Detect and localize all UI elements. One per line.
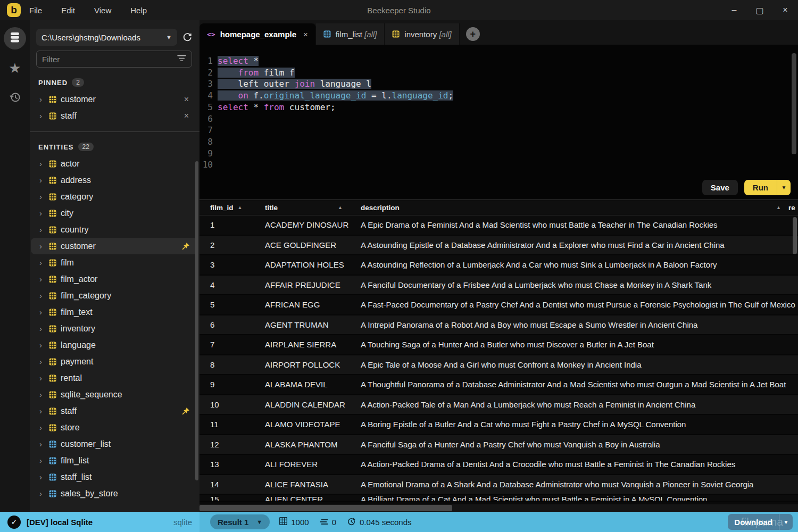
chevron-right-icon[interactable]: ›	[39, 456, 49, 465]
cell-description[interactable]: A Action-Packed Tale of a Man And a Lumb…	[350, 400, 798, 409]
filter-input[interactable]	[42, 55, 177, 64]
tab-inventory[interactable]: inventory [all]	[385, 23, 459, 45]
unpin-button[interactable]: ×	[181, 111, 192, 121]
menu-view[interactable]: View	[94, 6, 111, 15]
cell-title[interactable]: ALASKA PHANTOM	[254, 440, 350, 449]
result-selector[interactable]: Result 1 ▼	[210, 514, 270, 529]
menu-file[interactable]: File	[29, 6, 42, 15]
chevron-right-icon[interactable]: ›	[39, 423, 49, 432]
cell-film-id[interactable]: 6	[200, 320, 254, 329]
cell-film-id[interactable]: 9	[200, 380, 254, 389]
table-row[interactable]: 6 AGENT TRUMAN A Intrepid Panorama of a …	[200, 315, 798, 336]
cell-description[interactable]: A Epic Drama of a Feminist And a Mad Sci…	[350, 220, 798, 229]
entity-item-film[interactable]: › film	[31, 254, 197, 271]
column-header-film_id[interactable]: film_id▲	[200, 204, 254, 212]
table-row[interactable]: 7 AIRPLANE SIERRA A Touching Saga of a H…	[200, 335, 798, 355]
download-options-button[interactable]: ▼	[779, 514, 793, 530]
cell-description[interactable]: A Thoughtful Panorama of a Database Admi…	[350, 380, 798, 389]
cell-film-id[interactable]: 1	[200, 220, 254, 229]
refresh-button[interactable]	[182, 32, 192, 42]
entity-item-film_list[interactable]: › film_list	[31, 452, 197, 469]
close-button[interactable]: ×	[772, 0, 798, 20]
database-selector[interactable]: C:\Users\ghstng\Downloads ▼	[36, 29, 177, 46]
favorites-panel-button[interactable]: ★	[4, 57, 26, 79]
results-horizontal-scrollbar[interactable]	[200, 505, 452, 511]
sql-editor[interactable]: 1 select * 2 from film f 3 left outer jo…	[200, 45, 798, 176]
pinned-item-customer[interactable]: › customer ×	[31, 91, 197, 107]
cell-film-id[interactable]: 12	[200, 440, 254, 449]
cell-film-id[interactable]: 13	[200, 460, 254, 469]
cell-title[interactable]: ALI FOREVER	[254, 460, 350, 469]
results-vertical-scrollbar[interactable]	[793, 217, 797, 254]
cell-film-id[interactable]: 5	[200, 300, 254, 309]
cell-description[interactable]: A Astounding Reflection of a Lumberjack …	[350, 260, 798, 269]
cell-title[interactable]: ACADEMY DINOSAUR	[254, 220, 350, 229]
entity-item-category[interactable]: › category	[31, 188, 197, 205]
cell-title[interactable]: ALADDIN CALENDAR	[254, 400, 350, 409]
cell-description[interactable]: A Fanciful Saga of a Hunter And a Pastry…	[350, 440, 798, 449]
tab-homepage_example[interactable]: <> homepage_example ×	[200, 23, 316, 45]
chevron-right-icon[interactable]: ›	[39, 159, 49, 168]
cell-film-id[interactable]: 11	[200, 420, 254, 429]
cell-description[interactable]: A Fast-Paced Documentary of a Pastry Che…	[350, 300, 798, 309]
cell-description[interactable]: A Intrepid Panorama of a Robot And a Boy…	[350, 320, 798, 329]
cell-description[interactable]: A Astounding Epistle of a Database Admin…	[350, 240, 798, 250]
minimize-button[interactable]: –	[721, 0, 747, 20]
chevron-right-icon[interactable]: ›	[39, 242, 49, 251]
cell-film-id[interactable]: 15	[200, 495, 254, 502]
chevron-right-icon[interactable]: ›	[39, 406, 49, 415]
cell-description[interactable]: A Touching Saga of a Hunter And a Butler…	[350, 340, 798, 349]
chevron-right-icon[interactable]: ›	[39, 357, 49, 366]
cell-title[interactable]: AIRPLANE SIERRA	[254, 340, 350, 349]
tables-panel-button[interactable]	[4, 27, 26, 49]
cell-film-id[interactable]: 10	[200, 400, 254, 409]
cell-title[interactable]: ADAPTATION HOLES	[254, 260, 350, 269]
menu-help[interactable]: Help	[130, 6, 147, 15]
column-header-partial[interactable]: re	[788, 204, 798, 212]
entity-item-staff_list[interactable]: › staff_list	[31, 469, 197, 485]
cell-film-id[interactable]: 8	[200, 360, 254, 369]
entity-item-customer[interactable]: › customer	[31, 238, 197, 254]
entity-item-customer_list[interactable]: › customer_list	[31, 436, 197, 452]
chevron-right-icon[interactable]: ›	[39, 209, 49, 218]
entity-item-actor[interactable]: › actor	[31, 155, 197, 172]
cell-title[interactable]: ALAMO VIDEOTAPE	[254, 420, 350, 429]
chevron-right-icon[interactable]: ›	[39, 192, 49, 201]
cell-title[interactable]: AFRICAN EGG	[254, 300, 350, 309]
cell-film-id[interactable]: 14	[200, 480, 254, 489]
chevron-right-icon[interactable]: ›	[39, 111, 49, 120]
cell-film-id[interactable]: 2	[200, 240, 254, 250]
column-header-description[interactable]: description▲	[350, 204, 788, 212]
cell-title[interactable]: AFFAIR PREJUDICE	[254, 280, 350, 289]
chevron-right-icon[interactable]: ›	[39, 439, 49, 448]
column-header-title[interactable]: title▲	[254, 204, 350, 212]
chevron-right-icon[interactable]: ›	[39, 340, 49, 350]
unpin-button[interactable]: ×	[181, 95, 192, 104]
cell-title[interactable]: ACE GOLDFINGER	[254, 240, 350, 250]
pinned-item-staff[interactable]: › staff ×	[31, 107, 197, 124]
table-row[interactable]: 10 ALADDIN CALENDAR A Action-Packed Tale…	[200, 395, 798, 415]
download-button[interactable]: Download	[728, 518, 779, 527]
save-button[interactable]: Save	[702, 180, 738, 195]
entity-item-payment[interactable]: › payment	[31, 353, 197, 370]
cell-title[interactable]: AIRPORT POLLOCK	[254, 360, 350, 369]
entity-item-rental[interactable]: › rental	[31, 370, 197, 386]
maximize-button[interactable]: ▢	[747, 0, 772, 20]
entity-item-inventory[interactable]: › inventory	[31, 320, 197, 337]
chevron-right-icon[interactable]: ›	[39, 390, 49, 399]
table-row[interactable]: 8 AIRPORT POLLOCK A Epic Tale of a Moose…	[200, 355, 798, 376]
chevron-right-icon[interactable]: ›	[39, 307, 49, 317]
chevron-right-icon[interactable]: ›	[39, 258, 49, 267]
chevron-right-icon[interactable]: ›	[39, 489, 49, 498]
cell-description[interactable]: A Emotional Drama of a A Shark And a Dat…	[350, 480, 798, 489]
entity-item-language[interactable]: › language	[31, 337, 197, 353]
table-row[interactable]: 12 ALASKA PHANTOM A Fanciful Saga of a H…	[200, 435, 798, 455]
entity-item-film_category[interactable]: › film_category	[31, 287, 197, 304]
cell-description[interactable]: A Boring Epistle of a Butler And a Cat w…	[350, 420, 798, 429]
chevron-right-icon[interactable]: ›	[39, 291, 49, 300]
cell-film-id[interactable]: 7	[200, 340, 254, 349]
table-row[interactable]: 11 ALAMO VIDEOTAPE A Boring Epistle of a…	[200, 415, 798, 435]
chevron-right-icon[interactable]: ›	[39, 275, 49, 284]
chevron-right-icon[interactable]: ›	[39, 472, 49, 481]
close-tab-icon[interactable]: ×	[303, 30, 308, 39]
